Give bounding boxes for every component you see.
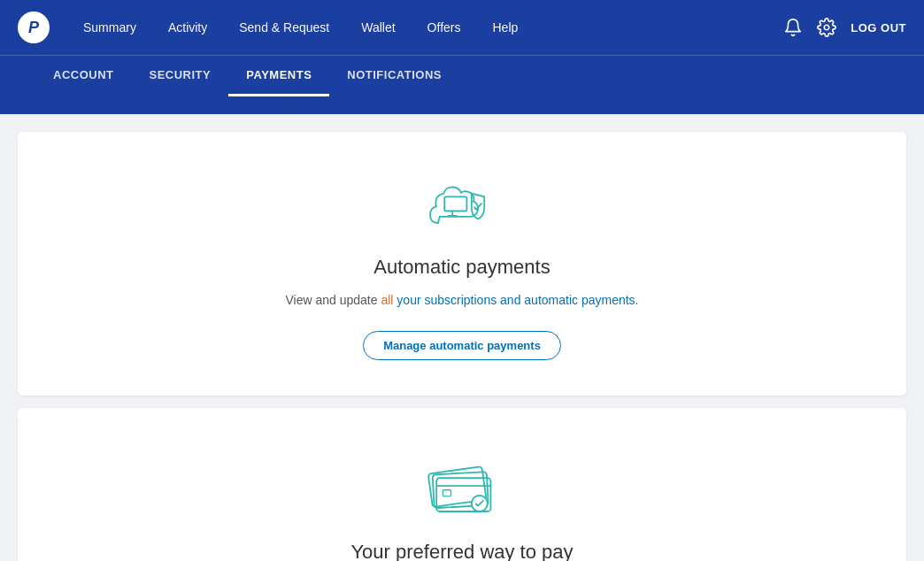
sub-nav-security[interactable]: SECURITY bbox=[132, 56, 229, 96]
automatic-payments-card: Automatic payments View and update all y… bbox=[18, 132, 906, 396]
nav-wallet[interactable]: Wallet bbox=[345, 0, 411, 55]
top-nav: P Summary Activity Send & Request Wallet… bbox=[0, 0, 924, 55]
nav-offers[interactable]: Offers bbox=[412, 0, 477, 55]
arrow-down-icon bbox=[270, 96, 295, 112]
svg-point-0 bbox=[825, 25, 830, 30]
manage-automatic-payments-button[interactable]: Manage automatic payments bbox=[363, 331, 561, 360]
desc-text-2: your subscriptions and automatic payment… bbox=[393, 293, 638, 307]
main-nav-links: Summary Activity Send & Request Wallet O… bbox=[67, 0, 783, 55]
nav-summary[interactable]: Summary bbox=[67, 0, 152, 55]
svg-rect-1 bbox=[444, 196, 466, 211]
main-content: Automatic payments View and update all y… bbox=[0, 114, 924, 561]
nav-help[interactable]: Help bbox=[476, 0, 534, 55]
logo-icon: P bbox=[18, 12, 50, 43]
preferred-payment-icon bbox=[422, 452, 502, 523]
nav-send-request[interactable]: Send & Request bbox=[223, 0, 345, 55]
settings-icon[interactable] bbox=[817, 18, 836, 37]
automatic-payments-title: Automatic payments bbox=[373, 256, 550, 279]
active-tab-indicator bbox=[0, 96, 924, 114]
desc-text-1: View and update bbox=[286, 293, 381, 307]
preferred-payment-card: Your preferred way to pay bbox=[18, 408, 906, 561]
nav-activity[interactable]: Activity bbox=[152, 0, 223, 55]
nav-right-actions: LOG OUT bbox=[783, 18, 906, 37]
svg-rect-8 bbox=[443, 490, 450, 496]
automatic-payments-description: View and update all your subscriptions a… bbox=[286, 291, 639, 310]
automatic-payments-icon bbox=[422, 176, 502, 238]
sub-nav-payments[interactable]: PAYMENTS bbox=[228, 56, 329, 96]
sub-nav-account[interactable]: ACCOUNT bbox=[35, 56, 132, 96]
logout-button[interactable]: LOG OUT bbox=[851, 21, 906, 35]
sub-nav: ACCOUNT SECURITY PAYMENTS NOTIFICATIONS bbox=[0, 55, 924, 96]
sub-nav-notifications[interactable]: NOTIFICATIONS bbox=[329, 56, 459, 96]
desc-text-all: all bbox=[381, 293, 393, 307]
notifications-icon[interactable] bbox=[783, 18, 803, 37]
paypal-logo: P bbox=[18, 12, 50, 43]
preferred-payment-title: Your preferred way to pay bbox=[350, 541, 573, 561]
